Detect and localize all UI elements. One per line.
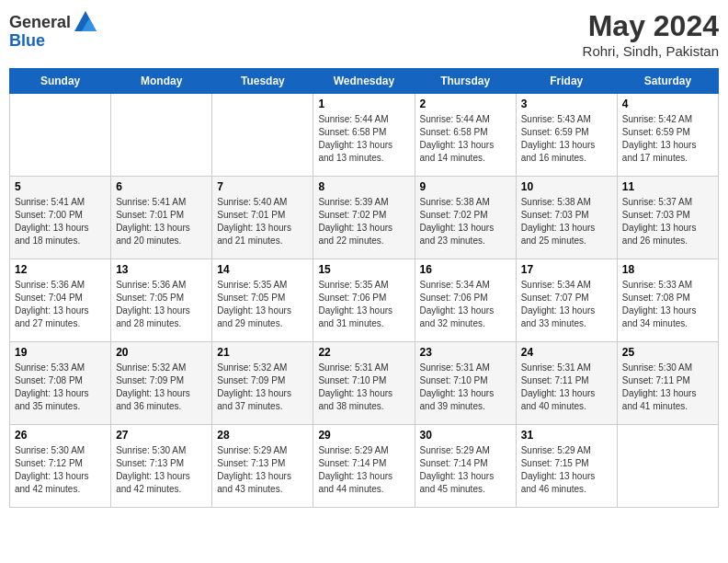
day-number: 7: [217, 180, 308, 193]
day-number: 16: [420, 263, 511, 276]
day-number: 4: [622, 98, 713, 110]
calendar-cell: 18Sunrise: 5:33 AM Sunset: 7:08 PM Dayli…: [617, 259, 718, 342]
logo-icon: [73, 9, 98, 35]
calendar-cell: 9Sunrise: 5:38 AM Sunset: 7:02 PM Daylig…: [415, 177, 516, 259]
day-number: 3: [521, 98, 612, 110]
day-info-text: Sunrise: 5:44 AM Sunset: 6:58 PM Dayligh…: [318, 113, 409, 165]
title-block: May 2024 Rohri, Sindh, Pakistan: [583, 9, 719, 59]
day-info-text: Sunrise: 5:36 AM Sunset: 7:05 PM Dayligh…: [116, 279, 207, 330]
calendar-cell: 5Sunrise: 5:41 AM Sunset: 7:00 PM Daylig…: [10, 177, 111, 259]
day-number: 24: [521, 346, 612, 359]
calendar-cell: 11Sunrise: 5:37 AM Sunset: 7:03 PM Dayli…: [617, 177, 718, 259]
day-number: 2: [420, 98, 511, 110]
day-number: 31: [521, 429, 612, 442]
calendar-cell: [10, 94, 111, 177]
calendar-week-row: 1Sunrise: 5:44 AM Sunset: 6:58 PM Daylig…: [10, 94, 719, 177]
day-of-week-header: Wednesday: [313, 69, 415, 94]
calendar-week-row: 5Sunrise: 5:41 AM Sunset: 7:00 PM Daylig…: [10, 177, 719, 259]
day-info-text: Sunrise: 5:44 AM Sunset: 6:58 PM Dayligh…: [420, 113, 511, 165]
day-info-text: Sunrise: 5:32 AM Sunset: 7:09 PM Dayligh…: [217, 362, 308, 413]
day-info-text: Sunrise: 5:40 AM Sunset: 7:01 PM Dayligh…: [217, 196, 308, 247]
day-info-text: Sunrise: 5:35 AM Sunset: 7:06 PM Dayligh…: [318, 279, 409, 330]
day-info-text: Sunrise: 5:39 AM Sunset: 7:02 PM Dayligh…: [318, 196, 409, 247]
calendar-cell: 14Sunrise: 5:35 AM Sunset: 7:05 PM Dayli…: [212, 259, 313, 342]
day-info-text: Sunrise: 5:41 AM Sunset: 7:00 PM Dayligh…: [15, 196, 106, 247]
day-info-text: Sunrise: 5:31 AM Sunset: 7:11 PM Dayligh…: [521, 362, 612, 413]
calendar-cell: [111, 94, 212, 177]
day-info-text: Sunrise: 5:33 AM Sunset: 7:08 PM Dayligh…: [15, 362, 106, 413]
day-info-text: Sunrise: 5:29 AM Sunset: 7:15 PM Dayligh…: [521, 444, 612, 496]
calendar-cell: 3Sunrise: 5:43 AM Sunset: 6:59 PM Daylig…: [516, 94, 617, 177]
calendar-week-row: 12Sunrise: 5:36 AM Sunset: 7:04 PM Dayli…: [10, 259, 719, 342]
day-number: 5: [15, 180, 106, 193]
calendar-cell: 13Sunrise: 5:36 AM Sunset: 7:05 PM Dayli…: [111, 259, 212, 342]
day-number: 13: [116, 263, 207, 276]
calendar-cell: 27Sunrise: 5:30 AM Sunset: 7:13 PM Dayli…: [111, 425, 212, 508]
day-number: 28: [217, 429, 308, 442]
calendar-cell: 10Sunrise: 5:38 AM Sunset: 7:03 PM Dayli…: [516, 177, 617, 259]
calendar-cell: 19Sunrise: 5:33 AM Sunset: 7:08 PM Dayli…: [10, 342, 111, 425]
day-info-text: Sunrise: 5:42 AM Sunset: 6:59 PM Dayligh…: [622, 113, 713, 165]
day-number: 9: [420, 180, 511, 193]
calendar-cell: 20Sunrise: 5:32 AM Sunset: 7:09 PM Dayli…: [111, 342, 212, 425]
logo-general-text: General: [9, 13, 71, 32]
calendar-cell: [212, 94, 313, 177]
day-info-text: Sunrise: 5:34 AM Sunset: 7:06 PM Dayligh…: [420, 279, 511, 330]
calendar-cell: 16Sunrise: 5:34 AM Sunset: 7:06 PM Dayli…: [415, 259, 516, 342]
calendar-cell: 28Sunrise: 5:29 AM Sunset: 7:13 PM Dayli…: [212, 425, 313, 508]
calendar-cell: 12Sunrise: 5:36 AM Sunset: 7:04 PM Dayli…: [10, 259, 111, 342]
calendar-cell: 6Sunrise: 5:41 AM Sunset: 7:01 PM Daylig…: [111, 177, 212, 259]
calendar-cell: 21Sunrise: 5:32 AM Sunset: 7:09 PM Dayli…: [212, 342, 313, 425]
day-info-text: Sunrise: 5:31 AM Sunset: 7:10 PM Dayligh…: [318, 362, 409, 413]
calendar-cell: 7Sunrise: 5:40 AM Sunset: 7:01 PM Daylig…: [212, 177, 313, 259]
day-number: 6: [116, 180, 207, 193]
day-info-text: Sunrise: 5:36 AM Sunset: 7:04 PM Dayligh…: [15, 279, 106, 330]
calendar-header-row: SundayMondayTuesdayWednesdayThursdayFrid…: [10, 69, 719, 94]
logo-blue-text: Blue: [9, 31, 45, 51]
location-subtitle: Rohri, Sindh, Pakistan: [583, 43, 719, 59]
day-info-text: Sunrise: 5:29 AM Sunset: 7:13 PM Dayligh…: [217, 444, 308, 496]
day-number: 30: [420, 429, 511, 442]
day-info-text: Sunrise: 5:34 AM Sunset: 7:07 PM Dayligh…: [521, 279, 612, 330]
calendar-cell: 1Sunrise: 5:44 AM Sunset: 6:58 PM Daylig…: [313, 94, 415, 177]
day-of-week-header: Tuesday: [212, 69, 313, 94]
calendar-table: SundayMondayTuesdayWednesdayThursdayFrid…: [9, 68, 719, 508]
calendar-cell: 29Sunrise: 5:29 AM Sunset: 7:14 PM Dayli…: [313, 425, 415, 508]
calendar-cell: 4Sunrise: 5:42 AM Sunset: 6:59 PM Daylig…: [617, 94, 718, 177]
day-number: 1: [318, 98, 409, 110]
calendar-cell: 23Sunrise: 5:31 AM Sunset: 7:10 PM Dayli…: [415, 342, 516, 425]
day-number: 18: [622, 263, 713, 276]
day-info-text: Sunrise: 5:38 AM Sunset: 7:02 PM Dayligh…: [420, 196, 511, 247]
month-year-title: May 2024: [583, 9, 719, 43]
day-number: 27: [116, 429, 207, 442]
day-info-text: Sunrise: 5:30 AM Sunset: 7:13 PM Dayligh…: [116, 444, 207, 496]
day-number: 14: [217, 263, 308, 276]
day-number: 26: [15, 429, 106, 442]
day-info-text: Sunrise: 5:29 AM Sunset: 7:14 PM Dayligh…: [420, 444, 511, 496]
day-info-text: Sunrise: 5:29 AM Sunset: 7:14 PM Dayligh…: [318, 444, 409, 496]
logo: General Blue: [9, 9, 98, 51]
day-number: 23: [420, 346, 511, 359]
day-number: 17: [521, 263, 612, 276]
calendar-cell: 2Sunrise: 5:44 AM Sunset: 6:58 PM Daylig…: [415, 94, 516, 177]
calendar-cell: 31Sunrise: 5:29 AM Sunset: 7:15 PM Dayli…: [516, 425, 617, 508]
calendar-cell: 30Sunrise: 5:29 AM Sunset: 7:14 PM Dayli…: [415, 425, 516, 508]
day-of-week-header: Friday: [516, 69, 617, 94]
day-number: 12: [15, 263, 106, 276]
day-info-text: Sunrise: 5:33 AM Sunset: 7:08 PM Dayligh…: [622, 279, 713, 330]
day-number: 20: [116, 346, 207, 359]
day-info-text: Sunrise: 5:41 AM Sunset: 7:01 PM Dayligh…: [116, 196, 207, 247]
day-number: 29: [318, 429, 409, 442]
day-number: 22: [318, 346, 409, 359]
day-info-text: Sunrise: 5:35 AM Sunset: 7:05 PM Dayligh…: [217, 279, 308, 330]
day-info-text: Sunrise: 5:32 AM Sunset: 7:09 PM Dayligh…: [116, 362, 207, 413]
calendar-cell: [617, 425, 718, 508]
page-header: General Blue May 2024 Rohri, Sindh, Paki…: [9, 9, 719, 59]
day-number: 10: [521, 180, 612, 193]
day-info-text: Sunrise: 5:38 AM Sunset: 7:03 PM Dayligh…: [521, 196, 612, 247]
day-number: 25: [622, 346, 713, 359]
day-number: 8: [318, 180, 409, 193]
day-info-text: Sunrise: 5:37 AM Sunset: 7:03 PM Dayligh…: [622, 196, 713, 247]
calendar-cell: 25Sunrise: 5:30 AM Sunset: 7:11 PM Dayli…: [617, 342, 718, 425]
calendar-cell: 26Sunrise: 5:30 AM Sunset: 7:12 PM Dayli…: [10, 425, 111, 508]
